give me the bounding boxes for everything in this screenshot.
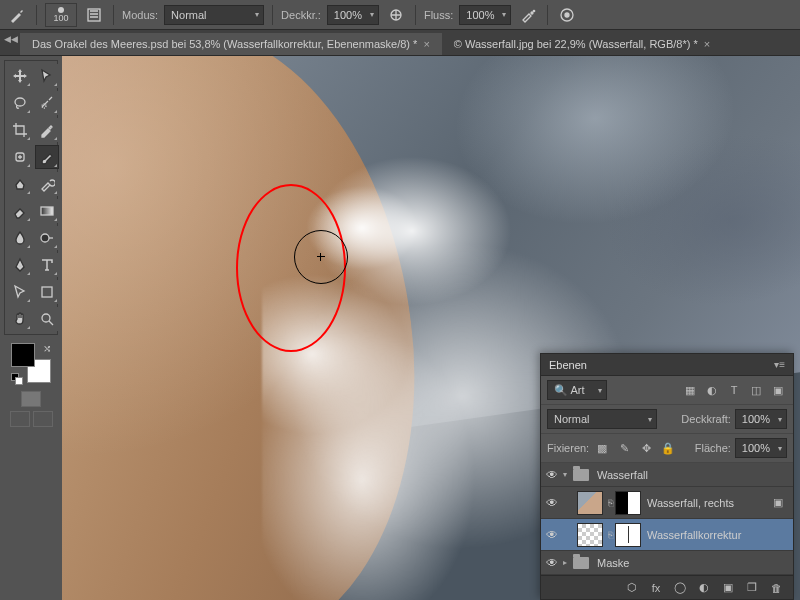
close-icon[interactable]: ×: [423, 38, 429, 50]
lock-pixels-icon[interactable]: ✎: [615, 439, 633, 457]
visibility-icon[interactable]: 👁: [541, 496, 563, 510]
document-tabs: ◀◀ Das Orakel des Meeres.psd bei 53,8% (…: [0, 30, 800, 56]
filter-smart-icon[interactable]: ▣: [769, 381, 787, 399]
lasso-tool[interactable]: [8, 91, 32, 115]
delete-layer-button[interactable]: 🗑: [767, 579, 785, 597]
layer-opacity-dropdown[interactable]: 100%▾: [735, 409, 787, 429]
filter-type-icon[interactable]: T: [725, 381, 743, 399]
collapse-icon[interactable]: ◀◀: [4, 34, 18, 44]
filter-badge-icon[interactable]: ▣: [769, 494, 787, 512]
adjustment-layer-button[interactable]: ◐: [695, 579, 713, 597]
eraser-tool[interactable]: [8, 199, 32, 223]
flow-dropdown[interactable]: 100%▾: [459, 5, 511, 25]
svg-point-3: [534, 10, 535, 11]
brush-panel-toggle[interactable]: [83, 4, 105, 26]
svg-point-13: [42, 314, 50, 322]
toolbox: ⤭: [0, 56, 62, 600]
layer-group-wasserfall[interactable]: 👁 ▾ Wasserfall: [541, 463, 793, 487]
new-group-button[interactable]: ▣: [719, 579, 737, 597]
flow-label: Fluss:: [424, 9, 453, 21]
path-select-tool[interactable]: [8, 280, 32, 304]
mask-link-icon[interactable]: ⎘: [605, 530, 615, 540]
visibility-icon[interactable]: 👁: [541, 556, 563, 570]
foreground-color[interactable]: [11, 343, 35, 367]
brush-cursor-cross: [317, 253, 325, 261]
filter-shape-icon[interactable]: ◫: [747, 381, 765, 399]
quick-select-tool[interactable]: [35, 91, 59, 115]
brush-preview[interactable]: 100: [45, 3, 77, 27]
folder-icon: [573, 557, 589, 569]
gradient-tool[interactable]: [35, 199, 59, 223]
visibility-icon[interactable]: 👁: [541, 528, 563, 542]
disclosure-icon[interactable]: ▾: [563, 470, 573, 479]
brush-tool[interactable]: [35, 145, 59, 169]
zoom-tool[interactable]: [35, 307, 59, 331]
disclosure-icon[interactable]: ▸: [563, 558, 573, 567]
history-brush-tool[interactable]: [35, 172, 59, 196]
lock-label: Fixieren:: [547, 442, 589, 454]
clone-stamp-tool[interactable]: [8, 172, 32, 196]
tool-preset-button[interactable]: [6, 4, 28, 26]
hand-tool[interactable]: [8, 307, 32, 331]
mask-thumb[interactable]: [615, 491, 641, 515]
mask-thumb[interactable]: [615, 523, 641, 547]
layer-mask-button[interactable]: ◯: [671, 579, 689, 597]
opacity-dropdown[interactable]: 100%▾: [327, 5, 379, 25]
layer-opacity-label: Deckkraft:: [681, 413, 731, 425]
airbrush-button[interactable]: [517, 4, 539, 26]
chevron-down-icon: ▾: [502, 10, 506, 19]
layer-thumb[interactable]: [577, 523, 603, 547]
default-colors-icon[interactable]: [11, 373, 21, 383]
chevron-down-icon: ▾: [370, 10, 374, 19]
mask-link-icon[interactable]: ⎘: [605, 498, 615, 508]
folder-icon: [573, 469, 589, 481]
layer-wasserfallkorrektur[interactable]: 👁 ⎘ Wasserfallkorrektur: [541, 519, 793, 551]
lock-all-icon[interactable]: 🔒: [659, 439, 677, 457]
svg-point-10: [41, 234, 49, 242]
mode-label: Modus:: [122, 9, 158, 21]
fill-label: Fläche:: [695, 442, 731, 454]
panel-menu-icon[interactable]: ▾≡: [774, 359, 785, 370]
shape-tool[interactable]: [35, 280, 59, 304]
svg-rect-9: [41, 207, 53, 215]
layers-tab[interactable]: Ebenen: [549, 359, 587, 371]
layer-wasserfall-rechts[interactable]: 👁 ⎘ Wasserfall, rechts ▣: [541, 487, 793, 519]
dodge-tool[interactable]: [35, 226, 59, 250]
visibility-icon[interactable]: 👁: [541, 468, 563, 482]
svg-rect-12: [42, 287, 52, 297]
layer-list: 👁 ▾ Wasserfall 👁 ⎘ Wasserfall, rechts ▣ …: [541, 463, 793, 575]
layer-group-maske[interactable]: 👁 ▸ Maske: [541, 551, 793, 575]
layer-fill-dropdown[interactable]: 100%▾: [735, 438, 787, 458]
close-icon[interactable]: ×: [704, 38, 710, 50]
move-tool[interactable]: [8, 64, 32, 88]
filter-adjust-icon[interactable]: ◐: [703, 381, 721, 399]
healing-brush-tool[interactable]: [8, 145, 32, 169]
crop-tool[interactable]: [8, 118, 32, 142]
document-tab-2[interactable]: © Wasserfall.jpg bei 22,9% (Wasserfall, …: [442, 33, 722, 55]
svg-point-2: [531, 12, 533, 14]
blur-tool[interactable]: [8, 226, 32, 250]
screen-mode-full[interactable]: [33, 411, 53, 427]
type-tool[interactable]: [35, 253, 59, 277]
filter-pixel-icon[interactable]: ▦: [681, 381, 699, 399]
new-layer-button[interactable]: ❐: [743, 579, 761, 597]
brush-size-value: 100: [53, 13, 68, 23]
layer-thumb[interactable]: [577, 491, 603, 515]
layer-fx-button[interactable]: fx: [647, 579, 665, 597]
swap-colors-icon[interactable]: ⤭: [43, 343, 51, 354]
opacity-label: Deckkr.:: [281, 9, 321, 21]
pressure-size-button[interactable]: [556, 4, 578, 26]
layer-blend-dropdown[interactable]: Normal▾: [547, 409, 657, 429]
blend-mode-dropdown[interactable]: Normal▾: [164, 5, 264, 25]
quick-mask-button[interactable]: [21, 391, 41, 407]
eyedropper-tool[interactable]: [35, 118, 59, 142]
document-tab-1[interactable]: Das Orakel des Meeres.psd bei 53,8% (Was…: [20, 33, 442, 55]
pen-tool[interactable]: [8, 253, 32, 277]
screen-mode-standard[interactable]: [10, 411, 30, 427]
lock-transparency-icon[interactable]: ▩: [593, 439, 611, 457]
selection-tool[interactable]: [35, 64, 59, 88]
pressure-opacity-button[interactable]: [385, 4, 407, 26]
layer-filter-dropdown[interactable]: 🔍 Art▾: [547, 380, 607, 400]
link-layers-button[interactable]: ⬡: [623, 579, 641, 597]
lock-position-icon[interactable]: ✥: [637, 439, 655, 457]
